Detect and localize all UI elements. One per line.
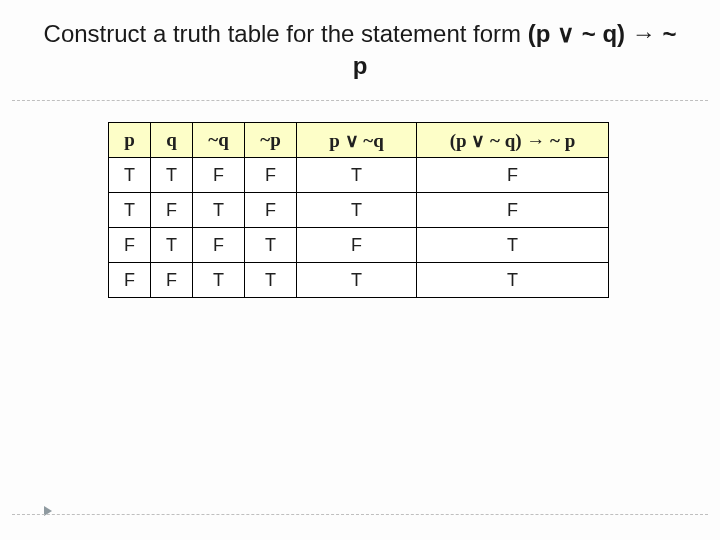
title-prefix: Construct a truth table for the statemen… [44,20,528,47]
cell: T [109,158,151,193]
cell: F [417,158,609,193]
cell: F [245,193,297,228]
cell: T [417,228,609,263]
cell: T [417,263,609,298]
cell: F [109,228,151,263]
col-header: q [151,123,193,158]
table-row: F T F T F T [109,228,609,263]
table-header-row: p q ~q ~p p ∨ ~q (p ∨ ~ q) → ~ p [109,123,609,158]
cell: T [151,228,193,263]
col-header: ~q [193,123,245,158]
col-header: (p ∨ ~ q) → ~ p [417,123,609,158]
col-header: p [109,123,151,158]
divider-top [12,100,708,101]
table-row: T T F F T F [109,158,609,193]
col-header: ~p [245,123,297,158]
slide-title: Construct a truth table for the statemen… [40,18,680,83]
cell: T [193,263,245,298]
table-row: T F T F T F [109,193,609,228]
cell: F [151,263,193,298]
cell: T [297,193,417,228]
cell: F [151,193,193,228]
cell: T [193,193,245,228]
divider-bottom [12,514,708,515]
cell: T [297,158,417,193]
cell: F [109,263,151,298]
cell: T [109,193,151,228]
cell: F [193,228,245,263]
cell: F [297,228,417,263]
truth-table-container: p q ~q ~p p ∨ ~q (p ∨ ~ q) → ~ p T T F F… [108,122,608,298]
col-header: p ∨ ~q [297,123,417,158]
cell: F [417,193,609,228]
cell: T [245,263,297,298]
cell: T [151,158,193,193]
cell: T [297,263,417,298]
table-row: F F T T T T [109,263,609,298]
slide: Construct a truth table for the statemen… [0,0,720,540]
cell: F [245,158,297,193]
cell: T [245,228,297,263]
truth-table: p q ~q ~p p ∨ ~q (p ∨ ~ q) → ~ p T T F F… [108,122,609,298]
cell: F [193,158,245,193]
